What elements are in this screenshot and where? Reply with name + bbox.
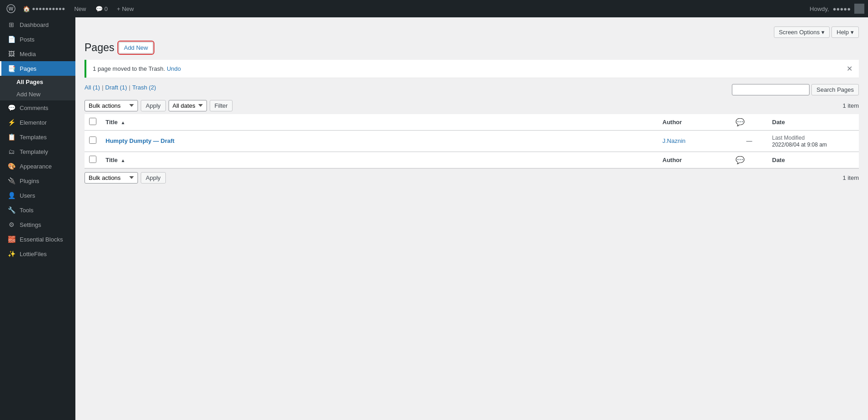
adminbar-comments[interactable]: 💬 0 bbox=[91, 0, 112, 17]
sidebar-plugins-label: Plugins bbox=[20, 178, 39, 184]
sidebar-users-label: Users bbox=[20, 192, 35, 199]
sep1: | bbox=[102, 84, 103, 91]
help-label: Help bbox=[836, 29, 849, 36]
table-header-row: Title ▲ Author 💬 Date bbox=[85, 114, 859, 131]
filter-draft-link[interactable]: Draft (1) bbox=[105, 84, 127, 91]
sidebar-templately-label: Templately bbox=[20, 148, 48, 155]
bulk-actions-select-top[interactable]: Bulk actions Move to Trash bbox=[85, 100, 138, 111]
filter-links: All (1) | Draft (1) | Trash (2) bbox=[85, 84, 156, 91]
sidebar-item-templates[interactable]: 📋Templates bbox=[0, 130, 75, 144]
table-row: Humpty Dumpty — Draft J.Naznin — Last Mo… bbox=[85, 130, 859, 152]
sidebar-subitem-all-pages[interactable]: All Pages bbox=[0, 76, 75, 88]
posts-icon: 📄 bbox=[7, 36, 16, 43]
main-content: Screen Options ▾ Help ▾ Pages Add New 1 … bbox=[75, 17, 868, 420]
adminbar-new[interactable]: New bbox=[69, 0, 90, 17]
search-pages-button[interactable]: Search Pages bbox=[811, 84, 859, 95]
essential-blocks-icon: 🧱 bbox=[7, 236, 16, 243]
screen-options-label: Screen Options bbox=[779, 29, 820, 36]
help-button[interactable]: Help ▾ bbox=[831, 26, 859, 38]
admin-bar: W 🏠 ●●●●●●●●●● New 💬 0 + New Howdy, ●●●●… bbox=[0, 0, 868, 17]
filter-all-link[interactable]: All (1) bbox=[85, 84, 100, 91]
sidebar-subitem-add-new[interactable]: Add New bbox=[0, 88, 75, 100]
item-count-top: 1 item bbox=[843, 102, 859, 109]
sidebar-templates-label: Templates bbox=[20, 134, 47, 141]
sidebar-item-plugins[interactable]: 🔌Plugins bbox=[0, 173, 75, 188]
adminbar-new2[interactable]: + New bbox=[112, 0, 138, 17]
sep2: | bbox=[129, 84, 130, 91]
col-date-header: Date bbox=[767, 114, 859, 131]
select-all-checkbox-bottom[interactable] bbox=[89, 156, 96, 163]
sidebar-media-label: Media bbox=[20, 51, 36, 58]
filter-button-top[interactable]: Filter bbox=[210, 100, 233, 111]
pages-submenu: All PagesAdd New bbox=[0, 76, 75, 100]
sidebar-essential-blocks-label: Essential Blocks bbox=[20, 236, 63, 243]
col-author-header: Author bbox=[658, 114, 731, 131]
sidebar-item-appearance[interactable]: 🎨Appearance bbox=[0, 159, 75, 173]
page-title-link[interactable]: Humpty Dumpty — Draft bbox=[106, 137, 175, 144]
media-icon: 🖼 bbox=[7, 50, 16, 58]
sidebar-lottiefiles-label: LottieFiles bbox=[20, 251, 47, 257]
bulk-actions-select-bottom[interactable]: Bulk actions Move to Trash bbox=[85, 172, 138, 184]
sidebar-comments-label: Comments bbox=[20, 105, 48, 111]
comments-icon: 💬 bbox=[7, 104, 16, 111]
sidebar-item-dashboard[interactable]: ⊞Dashboard bbox=[0, 17, 75, 32]
sort-arrow-icon: ▲ bbox=[121, 120, 125, 125]
sidebar-elementor-label: Elementor bbox=[20, 119, 47, 126]
templates-icon: 📋 bbox=[7, 133, 16, 141]
sidebar-item-posts[interactable]: 📄Posts bbox=[0, 32, 75, 47]
site-name: ●●●●●●●●●● bbox=[32, 5, 65, 12]
sidebar-item-media[interactable]: 🖼Media bbox=[0, 47, 75, 61]
sidebar-item-essential-blocks[interactable]: 🧱Essential Blocks bbox=[0, 232, 75, 247]
screen-options-button[interactable]: Screen Options ▾ bbox=[774, 26, 830, 38]
elementor-icon: ⚡ bbox=[7, 119, 16, 126]
dates-select-top[interactable]: All dates bbox=[169, 100, 207, 111]
sidebar-item-comments[interactable]: 💬Comments bbox=[0, 100, 75, 115]
sidebar-item-users[interactable]: 👤Users bbox=[0, 188, 75, 203]
avatar bbox=[854, 4, 864, 14]
col-author-label: Author bbox=[662, 119, 682, 126]
page-title-area: Pages Add New bbox=[85, 42, 859, 54]
page-title: Pages bbox=[85, 42, 114, 54]
author-link[interactable]: J.Naznin bbox=[662, 137, 686, 144]
sidebar-item-settings[interactable]: ⚙Settings bbox=[0, 217, 75, 232]
pages-table-body: Humpty Dumpty — Draft J.Naznin — Last Mo… bbox=[85, 130, 859, 152]
sidebar-posts-label: Posts bbox=[20, 36, 35, 43]
apply-button-top[interactable]: Apply bbox=[141, 100, 166, 111]
comments-icon: 💬 bbox=[95, 5, 103, 12]
row-author: J.Naznin bbox=[658, 130, 731, 152]
row-checkbox-1[interactable] bbox=[89, 136, 96, 144]
apply-button-bottom[interactable]: Apply bbox=[141, 172, 166, 184]
sidebar-item-pages[interactable]: 📑Pages bbox=[0, 61, 75, 76]
col-title-footer-label: Title bbox=[106, 157, 118, 163]
username-label: ●●●●● bbox=[833, 5, 851, 12]
col-author-footer-label: Author bbox=[662, 157, 682, 163]
filter-trash-link[interactable]: Trash (2) bbox=[132, 84, 156, 91]
appearance-icon: 🎨 bbox=[7, 163, 16, 170]
sidebar-item-lottiefiles[interactable]: ✨LottieFiles bbox=[0, 247, 75, 261]
select-all-checkbox-top[interactable] bbox=[89, 118, 96, 125]
col-date-label: Date bbox=[772, 119, 785, 126]
sidebar-item-tools[interactable]: 🔧Tools bbox=[0, 203, 75, 217]
screen-options-arrow-icon: ▾ bbox=[821, 29, 825, 36]
date-value: 2022/08/04 at 9:08 am bbox=[772, 142, 827, 148]
bulk-actions-top: Bulk actions Move to Trash Apply All dat… bbox=[85, 100, 859, 111]
notice-close-button[interactable]: ✕ bbox=[847, 64, 852, 73]
sidebar-item-elementor[interactable]: ⚡Elementor bbox=[0, 115, 75, 130]
col-title-header[interactable]: Title ▲ bbox=[101, 114, 658, 131]
adminbar-home[interactable]: 🏠 ●●●●●●●●●● bbox=[18, 0, 69, 17]
wp-logo-icon[interactable]: W bbox=[4, 0, 18, 17]
table-footer-row: Title ▲ Author 💬 Date bbox=[85, 152, 859, 168]
bulk-actions-bottom: Bulk actions Move to Trash Apply 1 item bbox=[85, 172, 859, 184]
row-comments: — bbox=[731, 130, 767, 152]
undo-link[interactable]: Undo bbox=[167, 65, 181, 72]
adminbar-new-label: New bbox=[74, 5, 86, 12]
search-pages-input[interactable] bbox=[732, 84, 810, 95]
sidebar-item-templately[interactable]: 🗂Templately bbox=[0, 144, 75, 159]
sidebar-pages-label: Pages bbox=[20, 65, 37, 72]
svg-text:W: W bbox=[9, 6, 14, 11]
col-title-label: Title bbox=[106, 119, 118, 126]
col-title-footer[interactable]: Title ▲ bbox=[101, 152, 658, 168]
add-new-button[interactable]: Add New bbox=[119, 42, 153, 53]
comments-value: — bbox=[746, 137, 752, 144]
howdy-label: Howdy, bbox=[810, 5, 829, 12]
